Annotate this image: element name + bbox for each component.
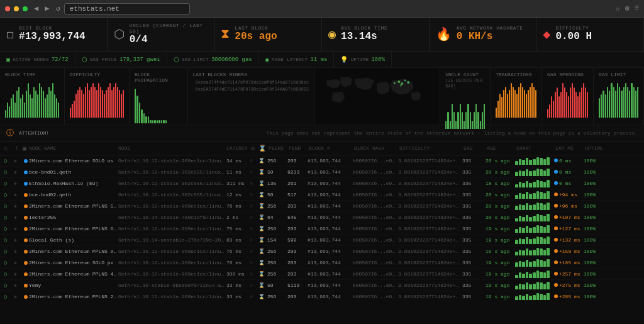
row-chart	[515, 259, 553, 267]
table-row[interactable]: ◯ ◆ Glocal Geth (s) Geth/v1.10.14-unstab…	[0, 235, 644, 246]
latms-dot	[554, 170, 558, 174]
menu-icon[interactable]: ≡	[635, 4, 639, 13]
row-latency: 34 ms	[226, 158, 248, 164]
row-latms: 0 ms	[554, 158, 582, 164]
table-row[interactable]: ◯ ◆ Yemy Geth/v1.10-stable-8be800f0/linu…	[0, 280, 644, 291]
info-page-latency: ◉ PAGE LATENCY 11 ms	[259, 52, 335, 67]
row-check[interactable]: ◯	[4, 158, 13, 164]
row-check[interactable]: ◯	[4, 215, 13, 220]
address-bar[interactable]: ethstats.net	[64, 3, 190, 14]
row-diff: 3.881923237714824e+22	[398, 271, 461, 277]
chart-bar	[81, 90, 82, 118]
row-name: EthSolo.MaxHash.io (EU)	[29, 181, 117, 186]
difficulty-content: DIFFICULTY 0.00 H	[555, 25, 637, 43]
row-check[interactable]: ◯	[4, 181, 13, 186]
extensions-icon[interactable]: ⚙	[625, 4, 630, 13]
table-row[interactable]: ◯ ◆ bce-bnd01.qeth Geth/v1.10.12-stable-…	[0, 167, 644, 178]
row-uptime: 100%	[584, 181, 606, 186]
chart-bar	[566, 92, 567, 118]
row-age: 19 s ago	[486, 237, 514, 243]
row-latency: 83 ms	[226, 237, 248, 243]
refresh-btn[interactable]: ↺	[55, 4, 60, 13]
row-check[interactable]: ◯	[4, 282, 13, 288]
latms-dot	[554, 294, 558, 298]
table-row[interactable]: ◯ ◆ lecter255 Geth/v1.10.14-stable-7a0c1…	[0, 212, 644, 223]
row-check[interactable]: ◯	[4, 294, 13, 299]
row-uptime: 100%	[584, 237, 606, 243]
table-row[interactable]: ◯ ◆ 2Miners.com Ethereum PPLNS 6 oz Geth…	[0, 223, 644, 235]
chart-bar	[106, 90, 107, 118]
chart-bar	[37, 94, 38, 118]
mini-bar	[522, 205, 525, 210]
row-pending: 261	[287, 181, 306, 186]
chart-bar	[615, 91, 616, 118]
row-icon1: ⊙	[250, 260, 257, 265]
select-all-icon[interactable]: ◯	[4, 145, 13, 151]
chart-bar	[570, 87, 571, 118]
chart-bar	[530, 87, 531, 118]
difficulty-icon: ◆	[543, 26, 550, 42]
close-btn[interactable]	[5, 6, 10, 11]
mini-bar	[529, 250, 532, 255]
block-prop-bars	[135, 86, 182, 123]
row-status	[24, 193, 28, 197]
mini-bar	[533, 170, 536, 176]
row-blockhash: b00507I6...e962d9b1	[353, 271, 397, 277]
row-pending: 203	[287, 226, 306, 232]
table-row[interactable]: ◯ ◆ 2Miners.com Ethereum PPLNS 5 oz Geth…	[0, 201, 644, 212]
mini-bar	[526, 192, 529, 199]
row-icon2: ⌛	[258, 192, 266, 198]
table-row[interactable]: ◯ ◆ 2Miners.com Ethereum SOLO px Geth/v1…	[0, 257, 644, 269]
chart-bar	[583, 83, 584, 118]
chart-bar	[35, 91, 36, 118]
chart-bar	[85, 87, 86, 118]
row-icon1: ⊙	[250, 169, 257, 175]
row-latency: 308 ms	[226, 271, 248, 277]
row-latms: +285 ms	[554, 294, 582, 299]
row-check[interactable]: ◯	[4, 226, 13, 232]
row-icon2: ⌛	[258, 215, 266, 220]
bookmark-icon[interactable]: ☆	[615, 4, 619, 13]
table-row[interactable]: ◯ ◆ 2Miners.com Ethereum PPLNS 2 us Geth…	[0, 291, 644, 300]
row-block: #13,993,744	[308, 249, 352, 254]
chart-bar	[24, 103, 25, 118]
row-pending: 545	[287, 215, 306, 220]
mini-bar	[519, 227, 522, 233]
row-check[interactable]: ◯	[4, 203, 13, 209]
minimize-btn[interactable]	[14, 6, 19, 11]
row-sort: ◆	[14, 226, 23, 232]
chart-bar	[52, 83, 53, 118]
row-age: 20 s ago	[486, 169, 514, 175]
row-check[interactable]: ◯	[4, 237, 13, 243]
mini-bar	[547, 225, 550, 233]
mini-bar	[526, 203, 529, 210]
mini-bar	[529, 274, 532, 278]
forward-btn[interactable]: ▶	[45, 4, 49, 13]
mini-bar	[529, 262, 532, 267]
table-row[interactable]: ◯ ◆ EthSolo.MaxHash.io (EU) Geth/v1.10.1…	[0, 178, 644, 189]
table-row[interactable]: ◯ ◆ 2Miners.com Ethereum PPLNS 9 oz Geth…	[0, 246, 644, 257]
chart-bar	[547, 109, 548, 118]
svg-point-1	[397, 81, 400, 83]
maximize-btn[interactable]	[23, 6, 28, 11]
chart-bar	[477, 112, 479, 129]
row-check[interactable]: ◯	[4, 249, 13, 254]
chart-bar	[13, 94, 14, 118]
chart-bar	[77, 90, 79, 118]
row-check[interactable]: ◯	[4, 169, 13, 175]
mini-bar	[526, 272, 529, 278]
world-map-svg	[314, 68, 440, 118]
mini-bar	[522, 183, 525, 187]
table-row[interactable]: ◯ ◆ 2Miners.com Ethereum PPLNS 4 oz Geth…	[0, 269, 644, 280]
row-block: #13,993,744	[308, 237, 352, 243]
table-row[interactable]: ◯ ◆ bce-bnd02.qeth Geth/v1.10.12-stable-…	[0, 189, 644, 201]
row-check[interactable]: ◯	[4, 260, 13, 265]
mini-bar	[536, 180, 540, 187]
table-row[interactable]: ◯ ◆ 2Miners.com Ethereum SOLO us Geth/v1…	[0, 155, 644, 167]
back-btn[interactable]: ◀	[34, 4, 38, 13]
row-check[interactable]: ◯	[4, 271, 13, 277]
row-check[interactable]: ◯	[4, 192, 13, 198]
mini-bar	[519, 250, 522, 255]
chart-bar	[165, 120, 167, 124]
col-blockhash: BLOCK HASH	[354, 145, 398, 151]
